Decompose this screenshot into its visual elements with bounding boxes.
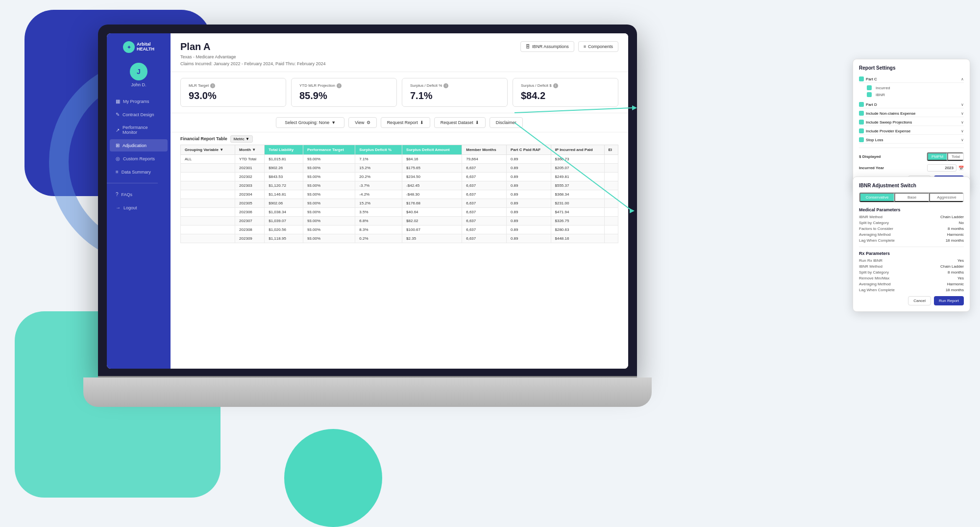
ibnr-db-icon: 🗄 <box>526 44 530 49</box>
sidebar-item-label: Custom Reports <box>123 156 155 161</box>
incurred-row[interactable]: Incurred <box>859 84 964 91</box>
request-report-button[interactable]: Request Report ⬇ <box>381 117 430 128</box>
rx-param-row: IBNR MethodChain Ladder <box>859 264 964 269</box>
ibnr-label: IBNR <box>876 93 885 97</box>
ibnr-cancel[interactable]: Cancel <box>908 296 931 305</box>
main-header: Plan A Texas - Medicare Advantage Claims… <box>171 33 628 72</box>
contract-icon: ✎ <box>116 112 120 117</box>
part-c-checkbox <box>859 76 864 81</box>
medical-params-title: Medical Parameters <box>859 207 964 212</box>
col-el: El <box>604 145 618 154</box>
info-icon-surplus-dollar: i <box>553 83 558 88</box>
sidebar-item-faqs[interactable]: ? FAQs <box>110 188 168 201</box>
table-row: 202305$902.0693.00%15.2%$176.686,6370.89… <box>181 199 618 207</box>
view-gear-icon: ⚙ <box>367 120 370 125</box>
request-dataset-button[interactable]: Request Dataset ⬇ <box>434 117 486 128</box>
medical-param-row: Split by CategoryNo <box>859 221 964 225</box>
reports-icon: ◎ <box>116 156 120 161</box>
download-report-icon: ⬇ <box>420 120 424 125</box>
provider-label: Include Provider Expense <box>866 129 910 133</box>
ibnr-adjustment-panel: IBNR Adjustment Switch Conservative Base… <box>853 176 970 312</box>
kpi-value-ytd-mlr: 85.9% <box>299 90 389 101</box>
logo-icon: ✦ <box>123 41 135 53</box>
metric-badge[interactable]: Metric ▼ <box>230 135 253 143</box>
aggressive-toggle[interactable]: Aggressive <box>929 193 963 202</box>
incurred-year-row: Incurred Year 📅 <box>859 164 964 172</box>
grouping-btn-label: Select Grouping: None <box>285 120 329 125</box>
part-d-checkbox <box>859 102 864 107</box>
part-d-label: Part D <box>866 102 877 107</box>
table-row: 202304$1,146.8193.00%-4.2%-$48.306,6370.… <box>181 190 618 199</box>
conservative-toggle[interactable]: Conservative <box>859 193 894 202</box>
non-claims-row[interactable]: Include Non-claims Expense ∨ <box>859 110 964 117</box>
grouping-button[interactable]: Select Grouping: None ▼ <box>276 117 344 128</box>
sidebar-item-contract-design[interactable]: ✎ Contract Design <box>110 108 168 121</box>
col-surplus-amt: Surplus Deficit Amount <box>402 145 462 154</box>
base-toggle[interactable]: Base <box>894 193 929 202</box>
disclaimer-label: Disclaimer <box>496 120 516 125</box>
kpi-card-surplus-dollar: Surplus / Deficit $ i $84.2 <box>513 78 618 107</box>
sidebar-item-performance-monitor[interactable]: ↗ Performance Monitor <box>110 122 168 138</box>
ibnr-row[interactable]: IBNR <box>859 91 964 98</box>
info-icon-ytd: i <box>337 83 342 88</box>
kpi-value-surplus-pct: 7.1% <box>410 90 499 101</box>
sidebar-logo: ✦ ArbitalHEALTH <box>123 41 154 53</box>
sidebar-item-label: My Programs <box>123 99 149 104</box>
sidebar-item-adjudication[interactable]: ⊞ Adjudication <box>110 139 168 151</box>
sweep-label: Include Sweep Projections <box>866 120 912 125</box>
kpi-label-surplus-dollar: Surplus / Deficit $ i <box>521 83 610 88</box>
adjudication-icon: ⊞ <box>116 143 120 148</box>
disclaimer-button[interactable]: Disclaimer <box>490 117 523 128</box>
data-table-wrap: Grouping Variable ▼ Month ▼ Total Liabil… <box>171 145 628 369</box>
stop-loss-checkbox <box>859 137 864 142</box>
total-toggle[interactable]: Total <box>947 152 963 161</box>
col-part-c-raf: Part C Paid RAF <box>506 145 551 154</box>
components-button[interactable]: ≡ Components <box>578 41 618 52</box>
view-button[interactable]: View ⚙ <box>348 117 376 128</box>
laptop-screen: ✦ ArbitalHEALTH J John D. ▦ My Programs … <box>107 33 628 369</box>
part-d-row[interactable]: Part D ∨ <box>859 101 964 108</box>
provider-row[interactable]: Include Provider Expense ∨ <box>859 127 964 135</box>
sidebar-divider <box>107 183 158 183</box>
sidebar-item-data-summary[interactable]: ≡ Data Summary <box>110 166 168 178</box>
ibnr-assumptions-button[interactable]: 🗄 IBNR Assumptions <box>520 41 574 52</box>
table-section-title: Financial Report Table <box>180 136 227 141</box>
kpi-value-surplus-dollar: $84.2 <box>521 90 610 101</box>
medical-params-list: IBNR MethodChain LadderSplit by Category… <box>859 215 964 243</box>
sidebar-item-custom-reports[interactable]: ◎ Custom Reports <box>110 152 168 165</box>
sidebar-item-logout[interactable]: → Logout <box>110 201 168 214</box>
sidebar-item-my-programs[interactable]: ▦ My Programs <box>110 95 168 107</box>
kpi-card-ytd-mlr: YTD MLR Projection i 85.9% <box>291 78 397 107</box>
col-grouping-variable[interactable]: Grouping Variable ▼ <box>181 145 235 154</box>
stop-loss-row[interactable]: Stop Loss ∨ <box>859 136 964 144</box>
table-row: ALLYTD Total$1,015.8193.00%7.1%$84.1679,… <box>181 154 618 163</box>
programs-icon: ▦ <box>116 99 120 104</box>
components-btn-label: Components <box>588 44 613 49</box>
col-month[interactable]: Month ▼ <box>235 145 265 154</box>
part-c-row[interactable]: Part C ∧ <box>859 75 964 83</box>
info-icon-surplus-pct: i <box>443 83 448 88</box>
medical-param-row: IBNR MethodChain Ladder <box>859 215 964 219</box>
table-row: 202301$902.2693.00%15.2%$175.656,6370.89… <box>181 163 618 172</box>
rx-param-row: Averaging MethodHarmonic <box>859 282 964 286</box>
sweep-chevron: ∨ <box>961 120 964 125</box>
sidebar-item-label: Performance Monitor <box>122 125 162 135</box>
ibnr-btn-label: IBNR Assumptions <box>532 44 569 49</box>
logo-text: ArbitalHEALTH <box>137 42 154 52</box>
table-row: 202306$1,038.3493.00%3.5%$40.646,6370.89… <box>181 207 618 216</box>
ibnr-run[interactable]: Run Report <box>934 296 964 305</box>
laptop-wrapper: ✦ ArbitalHEALTH J John D. ▦ My Programs … <box>98 25 637 417</box>
col-member-months: Member Months <box>462 145 507 154</box>
stop-loss-label: Stop Loss <box>866 138 883 142</box>
table-row: 202308$1,020.5693.00%8.3%$100.676,6370.8… <box>181 225 618 234</box>
faqs-icon: ? <box>116 192 119 197</box>
pmpm-toggle[interactable]: PMPM <box>927 152 947 161</box>
incurred-label: Incurred <box>876 86 890 90</box>
table-row: 202303$1,120.7293.00%-3.7%-$42.456,6370.… <box>181 181 618 190</box>
rx-param-row: Run Rx IBNRYes <box>859 258 964 263</box>
rx-params-list: Run Rx IBNRYesIBNR MethodChain LadderSpl… <box>859 258 964 292</box>
ibnr-divider <box>859 247 964 247</box>
sweep-row[interactable]: Include Sweep Projections ∨ <box>859 119 964 126</box>
table-toolbar: Select Grouping: None ▼ View ⚙ Request R… <box>171 113 628 132</box>
incurred-year-input[interactable] <box>927 164 956 172</box>
